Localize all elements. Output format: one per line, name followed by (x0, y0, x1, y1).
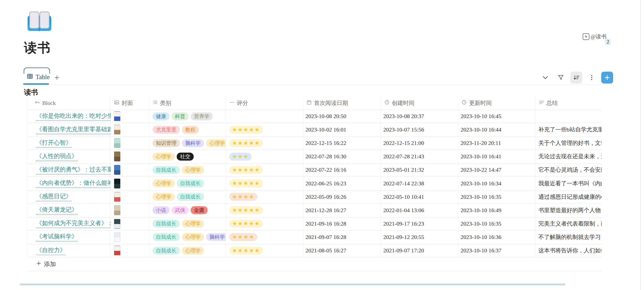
book-title-link[interactable]: 《考试脑科学》 (36, 233, 78, 242)
table-row[interactable]: 《感恩日记》 心理学自我成长 ★★★★ 2022-05-09 16:26 202… (27, 190, 602, 204)
first-read-date-cell[interactable]: 2022-07-22 16:16 (306, 163, 381, 177)
summary-cell[interactable]: 通过感恩日记形成健康的心 (538, 190, 602, 204)
page-icon-open-book[interactable] (27, 10, 52, 34)
summary-cell[interactable] (538, 110, 602, 123)
summary-cell[interactable]: 无论过去现在还是未来，无 (538, 150, 602, 163)
category-tags-cell[interactable]: 知识管理脑科学心理学 (152, 136, 226, 150)
table-row[interactable]: 《自控力》 自我成长心理学 ★★★★★ 2021-08-05 16:27 202… (27, 244, 602, 258)
add-view-button[interactable] (54, 74, 60, 82)
category-tags-cell[interactable]: 心理学自我成长 (152, 190, 226, 204)
category-tags-cell[interactable]: 尤克里里教程 (152, 123, 226, 136)
rating-cell[interactable]: ★★★★★ (229, 177, 303, 190)
book-title-link[interactable]: 《被讨厌的勇气》：过去不重 (36, 165, 111, 175)
category-tags-cell[interactable]: 自我成长心理学脑科学 (152, 230, 226, 244)
table-row[interactable]: 《被讨厌的勇气》：过去不重 自我成长心理学 ★★★★★ 2022-07-22 1… (27, 163, 602, 177)
horizontal-scrollbar[interactable] (20, 284, 565, 285)
rating-cell[interactable]: ★★★★★ (229, 244, 303, 257)
tag-pill: 自我成长 (152, 166, 180, 174)
rating-cell[interactable]: ★★★★ (229, 190, 303, 204)
summary-cell[interactable]: 它不是心灵鸡汤，不会安慰 (538, 163, 602, 177)
add-row-button[interactable]: 添加 (27, 257, 602, 271)
filter-icon[interactable] (555, 72, 567, 84)
table-row[interactable]: 《打开心智》 知识管理脑科学心理学 ★★★★★ 2022-12-15 16:22… (27, 136, 602, 150)
cover-cell[interactable] (114, 190, 149, 204)
column-header-created[interactable]: 创建时间 (384, 97, 414, 110)
book-title-link[interactable]: 《感恩日记》 (36, 192, 72, 201)
new-record-button[interactable] (601, 72, 613, 84)
count-badge[interactable]: 2 (605, 39, 611, 45)
category-tags-cell[interactable]: 心理学社交 (152, 150, 226, 163)
table-row[interactable]: 《看图自学尤克里里零基础篇 尤克里里教程 ★★★★★ 2023-10-02 16… (27, 123, 602, 137)
category-tags-cell[interactable]: 自我成长心理学 (152, 244, 226, 257)
category-tags-cell[interactable]: 自我成长心理学 (152, 163, 226, 177)
tag-pill: 脑科学 (182, 139, 204, 147)
column-header-updated[interactable]: 更新时间 (462, 97, 492, 110)
table-row[interactable]: 《如何成为不完美主义者》： 自我成长心理学 ★★★★★ 2021-09-16 1… (27, 217, 602, 231)
first-read-date-cell[interactable]: 2021-09-16 16:28 (306, 217, 381, 230)
summary-cell[interactable]: 我最近看了一本书叫《内向 (538, 177, 602, 190)
first-read-date-cell[interactable]: 2022-12-15 16:22 (306, 136, 381, 150)
table-row[interactable]: 《倚天屠龙记》 小说武侠金庸 ★★★★★ 2021-12-28 16:27 20… (27, 204, 602, 217)
first-read-date-cell[interactable]: 2021-09-07 16:28 (306, 230, 381, 244)
first-read-date-cell[interactable]: 2022-07-28 16:30 (306, 150, 381, 163)
book-title-link[interactable]: 《看图自学尤克里里零基础篇 (36, 125, 111, 134)
summary-cell[interactable]: 完美主义者代表着限制，而 (538, 217, 602, 230)
column-header-first[interactable]: 首次阅读日期 (307, 97, 348, 110)
backlink-mention[interactable]: N @读书 (583, 33, 606, 40)
column-header-cover[interactable]: 封面 (114, 97, 133, 110)
first-read-date-cell[interactable]: 2023-10-02 16:01 (306, 123, 381, 136)
first-read-date-cell[interactable]: 2022-06-25 16:23 (306, 177, 381, 190)
book-title-link[interactable]: 《你是你吃出来的：吃对少生 (36, 112, 111, 121)
column-header-rating[interactable]: 评分 (229, 97, 248, 110)
book-title-link[interactable]: 《内向者优势》：做什么能补 (36, 179, 111, 188)
summary-cell[interactable]: 不了解脑的机制就去学习， (538, 230, 602, 244)
collapse-chevron-icon[interactable] (539, 72, 551, 84)
column-header-summary[interactable]: 总结 (539, 97, 558, 110)
summary-cell[interactable]: 关于个人管理的好书，文笔 (538, 136, 602, 150)
book-title-link[interactable]: 《打开心智》 (36, 139, 72, 148)
table-row[interactable]: 《内向者优势》：做什么能补 心理学自我成长 ★★★★★ 2022-06-25 1… (27, 177, 602, 190)
cover-cell[interactable] (114, 110, 149, 123)
category-tags-cell[interactable]: 健康科普营养学 (152, 110, 226, 123)
rating-cell[interactable]: ★★★★★ (229, 163, 303, 177)
table-row[interactable]: 《人性的弱点》 心理学社交 ★★★ 2022-07-28 16:30 2022-… (27, 150, 602, 163)
rating-cell[interactable]: ★★★★ (229, 230, 303, 244)
rating-cell[interactable]: ★★★★★ (229, 123, 303, 136)
book-title-link[interactable]: 《人性的弱点》 (36, 152, 78, 161)
category-tags-cell[interactable]: 小说武侠金庸 (152, 204, 226, 217)
cover-cell[interactable] (114, 204, 149, 217)
rating-cell[interactable]: ★★★★★ (229, 217, 303, 230)
more-options-icon[interactable] (586, 72, 598, 84)
summary-cell[interactable]: 这本书将告诉你，人们如何 (538, 244, 602, 257)
cover-cell[interactable] (114, 163, 149, 177)
cover-cell[interactable] (114, 150, 149, 163)
cover-cell[interactable] (114, 230, 149, 244)
rating-cell[interactable]: ★★★★★ (229, 136, 303, 150)
book-title-link[interactable]: 《倚天屠龙记》 (36, 206, 78, 215)
tab-table[interactable]: Table (27, 73, 50, 81)
cover-cell[interactable] (114, 136, 149, 150)
book-title-link[interactable]: 《如何成为不完美主义者》： (36, 219, 111, 228)
book-title-link[interactable]: 《自控力》 (36, 246, 66, 255)
category-tags-cell[interactable]: 自我成长心理学 (152, 217, 226, 230)
sort-icon[interactable] (570, 72, 582, 84)
rating-stars: ★★★★ (229, 233, 257, 241)
cover-cell[interactable] (114, 217, 149, 230)
column-header-title[interactable]: Block (35, 97, 56, 110)
first-read-date-cell[interactable]: 2021-12-28 16:27 (306, 204, 381, 217)
first-read-date-cell[interactable]: 2023-10-08 20:50 (306, 110, 381, 123)
category-tags-cell[interactable]: 心理学自我成长 (152, 177, 226, 190)
cover-cell[interactable] (114, 123, 149, 136)
rating-cell[interactable]: ★★★★★ (229, 204, 303, 217)
cover-cell[interactable] (114, 177, 149, 190)
summary-cell[interactable]: 补充了一些b站自学尤克里 (538, 123, 602, 136)
table-row[interactable]: 《考试脑科学》 自我成长心理学脑科学 ★★★★ 2021-09-07 16:28… (27, 230, 602, 244)
rating-cell[interactable] (229, 110, 303, 123)
summary-cell[interactable]: 书里塑造最好的两个人物 (538, 204, 602, 217)
column-header-tags[interactable]: 类别 (152, 97, 171, 110)
rating-cell[interactable]: ★★★ (229, 150, 303, 163)
first-read-date-cell[interactable]: 2021-08-05 16:27 (306, 244, 381, 257)
cover-cell[interactable] (114, 244, 149, 257)
table-row[interactable]: 《你是你吃出来的：吃对少生 健康科普营养学 2023-10-08 20:50 2… (27, 110, 602, 123)
first-read-date-cell[interactable]: 2022-05-09 16:26 (306, 190, 381, 204)
